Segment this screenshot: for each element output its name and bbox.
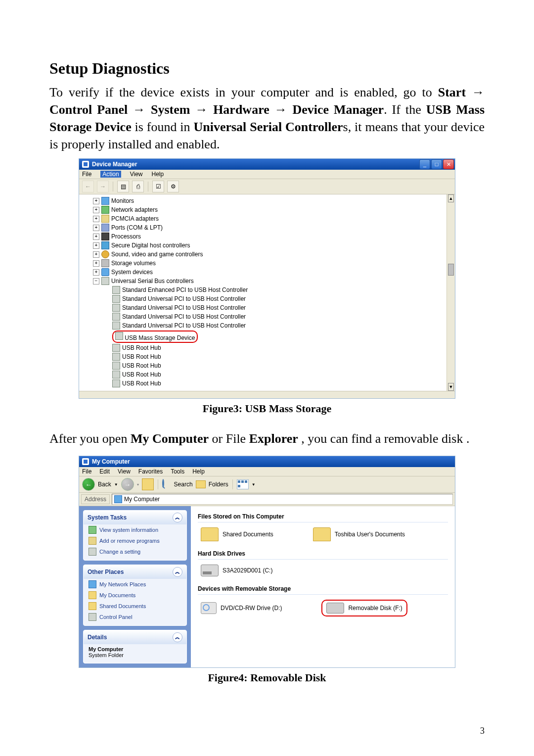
collapse-icon[interactable]: − [93, 278, 99, 284]
dvd-icon [201, 602, 217, 614]
chevron-up-icon[interactable]: ︽ [173, 632, 182, 642]
tree-node-system[interactable]: +System devices [82, 268, 444, 277]
expand-icon[interactable]: + [93, 216, 99, 222]
menu-action[interactable]: Action [100, 171, 121, 178]
folders-label[interactable]: Folders [209, 481, 228, 488]
tree-node-usb-root-hub[interactable]: USB Root Hub [82, 352, 444, 361]
search-icon[interactable] [162, 480, 171, 489]
properties-button[interactable]: ☑ [152, 181, 164, 192]
back-button[interactable]: ← [82, 181, 94, 192]
tree-node-monitors[interactable]: +Monitors [82, 196, 444, 205]
menu-edit[interactable]: Edit [99, 468, 110, 475]
tree-node-processors[interactable]: +Processors [82, 232, 444, 241]
tree-label: System devices [111, 269, 153, 276]
tree-node-usb-root-hub[interactable]: USB Root Hub [82, 379, 444, 388]
tree-node-usb-root-hub[interactable]: USB Root Hub [82, 343, 444, 352]
menu-file[interactable]: File [82, 171, 91, 178]
close-button[interactable]: ✕ [443, 159, 454, 169]
tree-node-universal-pci[interactable]: Standard Universal PCI to USB Host Contr… [82, 303, 444, 312]
forward-button[interactable]: → [121, 478, 134, 491]
item-dvd-drive[interactable]: DVD/CD-RW Drive (D:) [201, 600, 282, 616]
item-label: Shared Documents [222, 531, 273, 538]
titlebar[interactable]: Device Manager _ □ ✕ [79, 159, 455, 170]
tree-node-pcmcia[interactable]: +PCMCIA adapters [82, 214, 444, 223]
sidebar-item-network-places[interactable]: My Network Places [84, 579, 186, 590]
chevron-up-icon[interactable]: ︽ [173, 513, 182, 522]
chevron-up-icon[interactable]: ︽ [173, 567, 182, 577]
search-label[interactable]: Search [174, 481, 193, 488]
scroll-thumb[interactable] [448, 264, 454, 276]
sidebar-item-my-documents[interactable]: My Documents [84, 590, 186, 601]
system-icon [101, 268, 109, 276]
menu-tools[interactable]: Tools [171, 468, 184, 475]
arrow-icon: → [133, 102, 151, 117]
tree-node-usb-mass-storage[interactable]: USB Mass Storage Device [82, 330, 444, 343]
scroll-up-icon[interactable]: ▲ [448, 194, 454, 202]
sidebar-item-control-panel[interactable]: Control Panel [84, 612, 186, 622]
item-user-documents[interactable]: Toshiba User's Documents [313, 527, 405, 541]
sidebar-item-shared-docs[interactable]: Shared Documents [84, 601, 186, 612]
expand-icon[interactable]: + [93, 234, 99, 240]
menu-help[interactable]: Help [152, 171, 164, 178]
titlebar[interactable]: My Computer [79, 456, 455, 467]
tree-node-enhanced-pci[interactable]: Standard Enhanced PCI to USB Host Contro… [82, 285, 444, 294]
scan-button[interactable]: ⚙ [167, 181, 179, 192]
back-button[interactable]: ← [82, 478, 95, 491]
print-button[interactable]: ⎙ [132, 181, 144, 192]
tree-node-universal-pci[interactable]: Standard Universal PCI to USB Host Contr… [82, 312, 444, 321]
sidebar-item-label: View system information [99, 527, 158, 533]
menu-favorites[interactable]: Favorites [138, 468, 163, 475]
back-label[interactable]: Back [98, 481, 111, 488]
tree-node-ports[interactable]: +Ports (COM & LPT) [82, 223, 444, 232]
window-title: Device Manager [92, 161, 416, 168]
tree-node-sdhost[interactable]: +Secure Digital host controllers [82, 241, 444, 250]
section-removable: Devices with Removable Storage [198, 583, 448, 595]
sidebar-item-label: Add or remove programs [99, 538, 160, 544]
expand-icon[interactable]: + [93, 269, 99, 276]
address-field[interactable]: My Computer [112, 494, 453, 505]
tree-node-network[interactable]: +Network adapters [82, 205, 444, 214]
tree-node-usb-controllers[interactable]: −Universal Serial Bus controllers [82, 277, 444, 285]
expand-icon[interactable]: + [93, 198, 99, 204]
tree-label: Standard Universal PCI to USB Host Contr… [122, 295, 246, 302]
path-control-panel: Control Panel [49, 102, 128, 117]
scrollbar[interactable]: ▲ ▼ [446, 194, 455, 391]
tree-node-sound[interactable]: +Sound, video and game controllers [82, 250, 444, 259]
tree-node-storage[interactable]: +Storage volumes [82, 259, 444, 268]
tree-node-universal-pci[interactable]: Standard Universal PCI to USB Host Contr… [82, 321, 444, 330]
expand-icon[interactable]: + [93, 260, 99, 267]
menu-file[interactable]: File [82, 468, 91, 475]
text: . If the [384, 102, 426, 117]
expand-icon[interactable]: + [93, 242, 99, 249]
sidebar-item-change-setting[interactable]: Change a setting [84, 546, 186, 557]
item-c-drive[interactable]: S3A2029D001 (C:) [201, 565, 272, 576]
tree-node-usb-root-hub[interactable]: USB Root Hub [82, 370, 444, 379]
minimize-button[interactable]: _ [419, 159, 430, 169]
forward-button[interactable]: → [97, 181, 109, 192]
menu-help[interactable]: Help [192, 468, 205, 475]
expand-icon[interactable]: + [93, 251, 99, 258]
tree-node-usb-root-hub[interactable]: USB Root Hub [82, 361, 444, 370]
text: To verify if the device exists in your c… [49, 85, 438, 99]
scroll-down-icon[interactable]: ▼ [448, 383, 454, 391]
tree-label: USB Root Hub [122, 380, 161, 387]
sidebar-item-add-remove[interactable]: Add or remove programs [84, 535, 186, 546]
tree-node-universal-pci[interactable]: Standard Universal PCI to USB Host Contr… [82, 294, 444, 303]
explorer-text: Explorer [249, 431, 298, 446]
item-shared-documents[interactable]: Shared Documents [201, 527, 273, 541]
expand-icon[interactable]: + [93, 225, 99, 231]
up-button[interactable] [142, 478, 154, 490]
item-removable-disk-highlighted[interactable]: Removable Disk (F:) [321, 600, 407, 616]
expand-icon[interactable]: + [93, 207, 99, 213]
menu-view[interactable]: View [118, 468, 131, 475]
menu-view[interactable]: View [130, 171, 143, 178]
panel-title: System Tasks [88, 514, 127, 521]
views-button[interactable] [237, 479, 249, 489]
maximize-button[interactable]: □ [431, 159, 442, 169]
sidebar-item-view-info[interactable]: View system information [84, 524, 186, 535]
folder-icon [89, 602, 96, 610]
folders-icon[interactable] [196, 480, 206, 488]
tree-view-button[interactable]: ▤ [117, 181, 129, 192]
address-label: Address [81, 494, 110, 504]
path-system: System [151, 102, 190, 117]
